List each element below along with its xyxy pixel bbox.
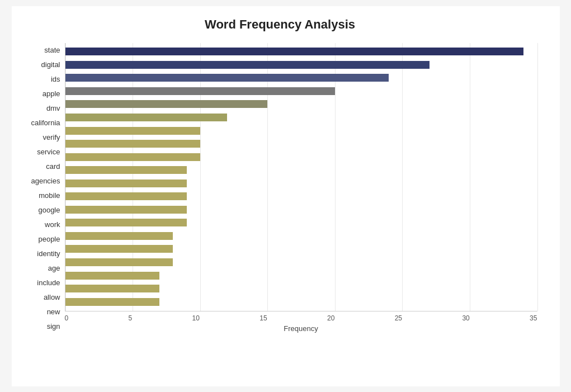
bar-row xyxy=(65,229,537,243)
x-axis: 05101520253035 Frequency xyxy=(65,311,537,334)
bar-row xyxy=(65,84,537,98)
chart-title: Word Frequency Analysis xyxy=(23,17,537,32)
grid-line xyxy=(537,43,538,311)
bar xyxy=(65,298,160,306)
bar-row xyxy=(65,177,537,190)
bar xyxy=(65,166,187,174)
bar-row xyxy=(65,150,537,164)
bar-row xyxy=(65,295,537,309)
x-tick-label: 25 xyxy=(395,314,402,322)
bar-row xyxy=(65,243,537,256)
x-tick-label: 0 xyxy=(65,314,69,322)
y-axis-label: work xyxy=(23,221,60,228)
y-axis-label: identity xyxy=(23,250,60,257)
y-axis-label: agencies xyxy=(23,177,60,185)
bar xyxy=(65,140,200,148)
bar xyxy=(65,127,200,135)
bar xyxy=(65,285,160,292)
y-axis-label: verify xyxy=(23,134,60,141)
y-axis-label: ids xyxy=(23,75,60,83)
bar xyxy=(65,74,389,82)
y-axis-label: mobile xyxy=(23,192,60,199)
bar xyxy=(65,100,268,108)
bar xyxy=(65,232,173,240)
x-tick-label: 15 xyxy=(259,314,267,322)
bar-row xyxy=(65,111,537,124)
bar-row xyxy=(65,58,537,72)
bar xyxy=(65,61,430,69)
y-axis-label: california xyxy=(23,119,60,126)
bars-area xyxy=(65,43,537,311)
bar xyxy=(65,192,187,200)
bar-row xyxy=(65,216,537,230)
bar xyxy=(65,245,173,253)
bar-row xyxy=(65,190,537,204)
bar-row xyxy=(65,124,537,138)
y-axis-label: age xyxy=(23,265,60,272)
y-axis-label: allow xyxy=(23,294,60,301)
x-axis-label: Frequency xyxy=(65,324,537,333)
y-axis-label: state xyxy=(23,46,60,54)
y-axis-label: digital xyxy=(23,61,60,68)
x-tick-label: 5 xyxy=(129,314,133,322)
bar xyxy=(65,114,227,121)
bars-and-x: 05101520253035 Frequency xyxy=(65,43,537,334)
y-axis-label: service xyxy=(23,148,60,155)
bar xyxy=(65,219,187,226)
bar-row xyxy=(65,203,537,216)
bar xyxy=(65,153,200,161)
x-tick-label: 20 xyxy=(327,314,334,322)
bar-row xyxy=(65,72,537,85)
chart-area: statedigitalidsappledmvcaliforniaverifys… xyxy=(23,43,537,334)
bar xyxy=(65,180,187,187)
bar-row xyxy=(65,163,537,177)
bar xyxy=(65,206,187,214)
bar-row xyxy=(65,137,537,150)
y-axis-label: card xyxy=(23,163,60,170)
y-axis: statedigitalidsappledmvcaliforniaverifys… xyxy=(23,43,65,334)
y-axis-label: apple xyxy=(23,90,60,97)
bar xyxy=(65,48,524,55)
y-axis-label: dmv xyxy=(23,105,60,112)
bar-row xyxy=(65,45,537,59)
bar xyxy=(65,87,335,95)
bar-row xyxy=(65,282,537,295)
bar-row xyxy=(65,98,537,111)
bar xyxy=(65,258,173,266)
y-axis-label: people xyxy=(23,235,60,243)
y-axis-label: google xyxy=(23,206,60,214)
y-axis-label: include xyxy=(23,279,60,286)
x-tick-label: 35 xyxy=(530,314,537,322)
x-tick-label: 30 xyxy=(462,314,469,322)
y-axis-label: sign xyxy=(23,323,60,330)
bar xyxy=(65,272,160,280)
bar-row xyxy=(65,256,537,269)
y-axis-label: new xyxy=(23,308,60,315)
x-tick-label: 10 xyxy=(192,314,200,322)
chart-container: Word Frequency Analysis statedigitalidsa… xyxy=(12,6,560,386)
bar-row xyxy=(65,269,537,282)
